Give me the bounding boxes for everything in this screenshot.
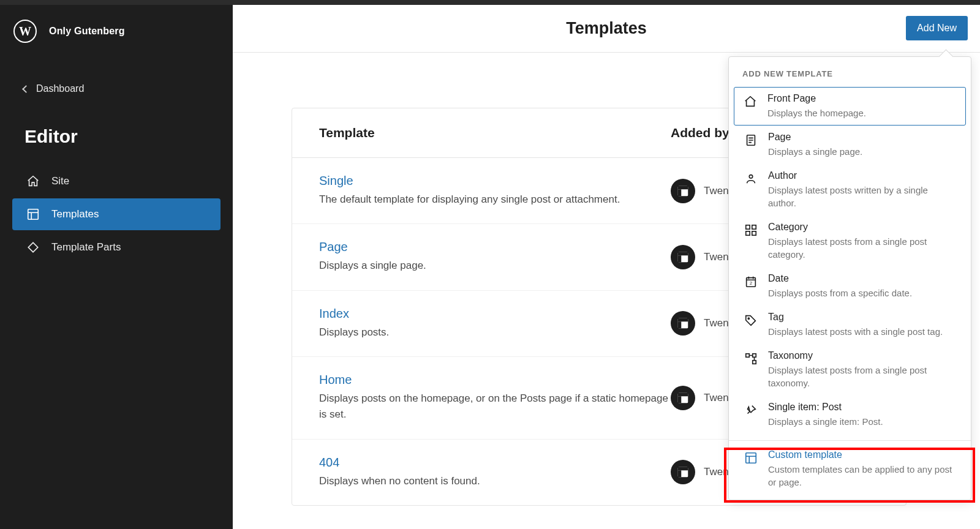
template-cell: Page Displays a single page. xyxy=(319,240,671,274)
dropdown-item-desc: Displays posts from a specific date. xyxy=(768,287,956,299)
editor-sidebar: W Only Gutenberg Dashboard Editor Site T… xyxy=(0,5,233,529)
theme-icon xyxy=(671,179,695,203)
dropdown-item-title: Category xyxy=(768,222,956,233)
template-name-link[interactable]: Page xyxy=(319,240,671,254)
nav-label: Template Parts xyxy=(51,241,121,253)
svg-rect-0 xyxy=(28,209,39,220)
column-header-template: Template xyxy=(319,126,671,140)
template-description: The default template for displaying any … xyxy=(319,192,671,208)
nav-item-site[interactable]: Site xyxy=(12,165,221,197)
site-brand[interactable]: W Only Gutenberg xyxy=(0,5,233,58)
home-icon xyxy=(26,174,40,189)
dropdown-item-tag[interactable]: Tag Displays latest posts with a single … xyxy=(734,306,966,344)
dropdown-item-desc: Displays latest posts from a single post… xyxy=(768,364,956,389)
dropdown-item-desc: Displays a single page. xyxy=(768,145,956,158)
layout-icon xyxy=(26,207,40,222)
svg-text:2: 2 xyxy=(750,280,752,286)
add-new-button[interactable]: Add New xyxy=(906,16,968,40)
template-cell: Single The default template for displayi… xyxy=(319,174,671,208)
dropdown-item-author[interactable]: Author Displays latest posts written by … xyxy=(734,164,966,216)
dropdown-item-page[interactable]: Page Displays a single page. xyxy=(734,126,966,164)
main-content: Templates Add New Template Added by Sing… xyxy=(233,5,980,529)
dropdown-item-desc: Displays latest posts from a single post… xyxy=(768,235,956,261)
template-cell: Home Displays posts on the homepage, or … xyxy=(319,373,671,423)
pin-icon xyxy=(744,403,758,418)
svg-rect-20 xyxy=(752,225,756,229)
svg-rect-12 xyxy=(678,393,688,397)
svg-rect-7 xyxy=(678,255,682,262)
template-description: Displays when no content is found. xyxy=(319,473,671,489)
back-to-dashboard[interactable]: Dashboard xyxy=(0,76,233,102)
svg-rect-27 xyxy=(753,354,756,358)
page-icon xyxy=(744,133,758,148)
dropdown-item-title: Single item: Post xyxy=(768,402,956,413)
svg-rect-6 xyxy=(678,252,688,256)
page-title: Templates xyxy=(566,19,647,38)
theme-icon xyxy=(671,460,695,484)
dropdown-item-title: Taxonomy xyxy=(768,350,956,361)
template-cell: Index Displays posts. xyxy=(319,307,671,340)
chevron-left-icon xyxy=(22,85,30,93)
nav-label: Site xyxy=(51,175,69,187)
dropdown-item-desc: Displays latest posts written by a singl… xyxy=(768,184,956,209)
dropdown-list: Front Page Displays the homepage. Page D… xyxy=(729,87,971,500)
svg-rect-10 xyxy=(678,322,682,329)
svg-rect-16 xyxy=(678,471,682,478)
dropdown-item-title: Custom template xyxy=(768,449,956,460)
template-description: Displays posts. xyxy=(319,325,671,340)
calendar-icon: 2 xyxy=(744,274,758,289)
svg-rect-1 xyxy=(28,242,38,252)
dropdown-item-title: Date xyxy=(768,273,956,284)
svg-rect-21 xyxy=(746,231,750,235)
svg-point-18 xyxy=(749,175,753,179)
template-cell: 404 Displays when no content is found. xyxy=(319,456,671,489)
svg-rect-15 xyxy=(678,467,688,471)
author-icon xyxy=(744,171,758,186)
dropdown-item-title: Author xyxy=(768,170,956,181)
dropdown-item-title: Front Page xyxy=(767,93,957,104)
wordpress-logo-icon: W xyxy=(13,20,37,43)
tag-icon xyxy=(744,313,758,328)
theme-icon xyxy=(671,245,695,269)
template-name-link[interactable]: Index xyxy=(319,307,671,321)
nav-item-template-parts[interactable]: Template Parts xyxy=(12,231,221,263)
svg-rect-29 xyxy=(746,453,756,463)
dropdown-item-category[interactable]: Category Displays latest posts from a si… xyxy=(734,216,966,267)
nav-label: Templates xyxy=(51,208,99,220)
dropdown-item-desc: Displays the homepage. xyxy=(767,107,957,119)
dropdown-header: ADD NEW TEMPLATE xyxy=(729,63,971,87)
svg-rect-9 xyxy=(678,318,688,322)
dropdown-item-title: Tag xyxy=(768,312,956,323)
svg-rect-28 xyxy=(753,361,756,364)
layout-icon xyxy=(744,451,758,465)
browser-top-bar xyxy=(0,0,980,5)
template-name-link[interactable]: 404 xyxy=(319,456,671,470)
editor-heading: Editor xyxy=(0,102,233,165)
dropdown-item-taxonomy[interactable]: Taxonomy Displays latest posts from a si… xyxy=(734,344,966,396)
taxonomy-icon xyxy=(744,351,758,366)
dropdown-item-title: Page xyxy=(768,132,956,143)
dropdown-item-front-page[interactable]: Front Page Displays the homepage. xyxy=(734,87,966,126)
theme-icon xyxy=(671,311,695,336)
svg-rect-26 xyxy=(746,354,750,358)
back-label: Dashboard xyxy=(36,83,84,94)
dropdown-item-single-post[interactable]: Single item: Post Displays a single item… xyxy=(734,396,966,434)
dropdown-item-desc: Displays latest posts with a single post… xyxy=(768,325,956,338)
add-new-template-dropdown: ADD NEW TEMPLATE Front Page Displays the… xyxy=(728,56,971,500)
template-name-link[interactable]: Home xyxy=(319,373,671,387)
page-header: Templates Add New xyxy=(233,5,980,53)
nav-item-templates[interactable]: Templates xyxy=(12,198,221,230)
dropdown-item-custom-template[interactable]: Custom template Custom templates can be … xyxy=(734,441,966,500)
editor-nav: Site Templates Template Parts xyxy=(0,165,233,263)
template-description: Displays posts on the homepage, or on th… xyxy=(319,391,671,423)
svg-point-25 xyxy=(748,318,749,319)
dropdown-item-desc: Displays a single item: Post. xyxy=(768,415,956,428)
diamond-icon xyxy=(26,240,40,255)
svg-rect-13 xyxy=(678,396,682,403)
dropdown-item-date[interactable]: 2 Date Displays posts from a specific da… xyxy=(734,267,966,306)
site-title: Only Gutenberg xyxy=(49,26,125,37)
category-icon xyxy=(744,223,758,238)
dropdown-item-desc: Custom templates can be applied to any p… xyxy=(768,463,956,489)
template-description: Displays a single page. xyxy=(319,258,671,274)
template-name-link[interactable]: Single xyxy=(319,174,671,188)
